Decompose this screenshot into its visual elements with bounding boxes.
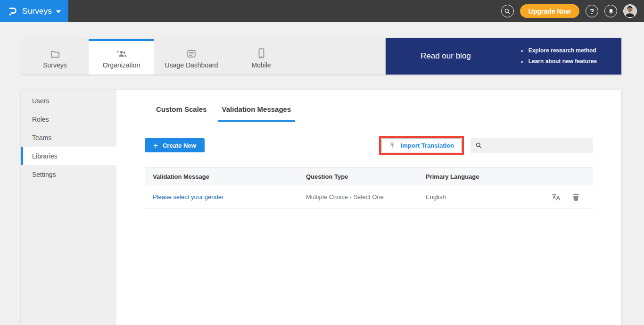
primary-nav: Surveys Organization Usage Dashboard xyxy=(21,39,386,75)
tab-surveys[interactable]: Surveys xyxy=(21,39,89,75)
questionpro-logo-icon xyxy=(8,6,18,17)
banner-bullet: Learn about new features xyxy=(521,56,597,67)
tab-mobile[interactable]: Mobile xyxy=(229,39,294,75)
upgrade-now-button[interactable]: Upgrade Now xyxy=(520,4,579,18)
column-header-primary-language: Primary Language xyxy=(426,173,593,180)
tab-validation-messages[interactable]: Validation Messages xyxy=(218,105,296,122)
tab-label: Surveys xyxy=(43,61,67,69)
library-tabs: Custom Scales Validation Messages xyxy=(145,105,593,121)
sidebar-item-settings[interactable]: Settings xyxy=(21,165,116,183)
table-row: Please select your gender Multiple Choic… xyxy=(145,185,593,209)
import-translation-button[interactable]: Import Translation xyxy=(381,138,462,152)
chevron-down-icon xyxy=(56,10,61,13)
column-header-question-type: Question Type xyxy=(306,173,426,180)
sidebar-item-teams[interactable]: Teams xyxy=(21,128,116,147)
user-photo xyxy=(624,5,636,17)
product-label: Surveys xyxy=(22,7,52,16)
upload-icon xyxy=(389,142,396,149)
banner-bullet-list: Explore research method Learn about new … xyxy=(521,45,597,67)
delete-button[interactable] xyxy=(572,193,580,201)
avatar[interactable] xyxy=(623,4,637,18)
search-button[interactable] xyxy=(501,5,514,17)
bell-icon xyxy=(608,8,614,15)
question-mark-icon: ? xyxy=(590,7,594,15)
tab-usage-dashboard[interactable]: Usage Dashboard xyxy=(154,39,229,75)
folder-icon xyxy=(50,47,60,58)
annotation-highlight-box: Import Translation xyxy=(379,136,464,155)
dashboard-icon xyxy=(186,47,197,58)
help-button[interactable]: ? xyxy=(586,5,598,17)
top-bar: Surveys Upgrade Now ? xyxy=(0,0,644,22)
sidebar-item-users[interactable]: Users xyxy=(21,92,116,110)
translate-icon xyxy=(551,192,561,202)
tab-organization[interactable]: Organization xyxy=(89,39,154,75)
primary-language-cell: English xyxy=(426,193,446,200)
column-header-validation-message: Validation Message xyxy=(145,173,306,180)
add-people-icon xyxy=(116,47,128,58)
sidebar-item-libraries[interactable]: Libraries xyxy=(21,147,116,165)
create-new-button[interactable]: + Create New xyxy=(145,138,205,152)
search-icon xyxy=(504,8,511,15)
tab-label: Usage Dashboard xyxy=(165,61,218,69)
question-type-cell: Multiple Choice - Select One xyxy=(306,193,426,200)
notifications-button[interactable] xyxy=(604,5,617,17)
sidebar-item-roles[interactable]: Roles xyxy=(21,110,116,128)
validation-message-link[interactable]: Please select your gender xyxy=(145,193,306,200)
table-header: Validation Message Question Type Primary… xyxy=(145,167,593,185)
row-actions xyxy=(551,192,593,202)
trash-icon xyxy=(572,193,580,201)
tab-custom-scales[interactable]: Custom Scales xyxy=(152,105,211,122)
blog-banner[interactable]: Read our blog Explore research method Le… xyxy=(386,38,621,75)
banner-title: Read our blog xyxy=(421,51,471,61)
translate-button[interactable] xyxy=(551,192,561,202)
settings-sidebar: Users Roles Teams Libraries Settings xyxy=(21,90,116,325)
validation-messages-table: Validation Message Question Type Primary… xyxy=(145,167,593,209)
mobile-icon xyxy=(258,47,265,58)
table-search xyxy=(471,138,593,153)
create-new-label: Create New xyxy=(163,142,196,149)
tab-label: Organization xyxy=(103,61,140,69)
tab-label: Mobile xyxy=(251,61,271,69)
main-panel: Users Roles Teams Libraries Settings Cus… xyxy=(21,90,621,325)
import-translation-label: Import Translation xyxy=(401,142,454,149)
plus-icon: + xyxy=(153,142,158,150)
search-input[interactable] xyxy=(486,142,588,149)
banner-bullet: Explore research method xyxy=(521,45,597,56)
toolbar: + Create New Import Translation xyxy=(145,136,593,154)
search-icon xyxy=(475,142,482,149)
topbar-actions: Upgrade Now ? xyxy=(501,4,644,18)
product-switcher[interactable]: Surveys xyxy=(0,0,68,22)
libraries-content: Custom Scales Validation Messages + Crea… xyxy=(116,90,621,325)
